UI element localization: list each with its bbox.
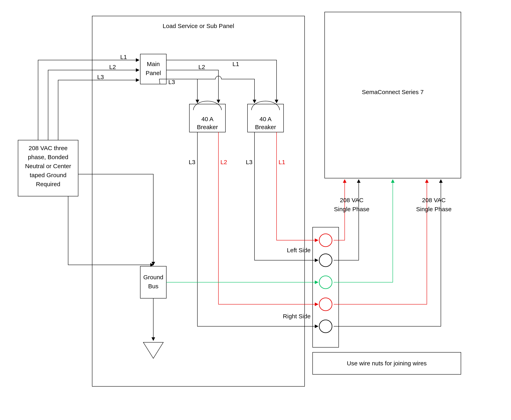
bB-l3-label: L3 xyxy=(246,159,253,165)
supply-line3: Neutral or Center xyxy=(25,163,71,169)
label-l1-in: L1 xyxy=(120,54,127,60)
sub-panel-box xyxy=(92,16,305,386)
svg-text:Breaker: Breaker xyxy=(255,124,276,130)
panel-title: Load Service or Sub Panel xyxy=(163,23,234,29)
supply-line2: phase, Bonded xyxy=(28,154,68,160)
wire-nut3-to-station xyxy=(334,180,393,282)
label-l1-brkB: L1 xyxy=(232,61,239,67)
main-panel-l2: Panel xyxy=(146,70,161,76)
wiring-diagram: Load Service or Sub Panel SemaConnect Se… xyxy=(0,0,511,420)
supply-line5: Required xyxy=(36,181,60,187)
feed1-a: 208 VAC xyxy=(340,197,364,203)
supply-line1: 208 VAC three xyxy=(29,145,68,151)
supply-line4: taped Ground xyxy=(30,172,66,178)
station-title: SemaConnect Series 7 xyxy=(362,89,424,95)
main-panel-box xyxy=(140,54,166,84)
label-l2-brkA: L2 xyxy=(198,64,205,70)
label-l2-in: L2 xyxy=(109,64,116,70)
note-text: Use wire nuts for joining wires xyxy=(347,360,427,367)
svg-text:40 A: 40 A xyxy=(201,116,213,122)
bB-l1-label: L1 xyxy=(279,159,285,165)
feed1-b: Single Phase xyxy=(334,206,370,212)
feed2-a: 208 VAC xyxy=(422,197,446,203)
right-side-label: Right Side xyxy=(283,313,311,320)
label-l3-out: L3 xyxy=(168,79,175,85)
label-l3-in: L3 xyxy=(97,74,104,80)
svg-text:40 A: 40 A xyxy=(260,116,271,122)
terminal-block xyxy=(313,227,339,347)
bA-l2-label: L2 xyxy=(220,159,227,165)
breaker-b: 40 A Breaker xyxy=(248,101,284,132)
feed2-b: Single Phase xyxy=(416,206,452,212)
left-side-label: Left Side xyxy=(287,247,311,254)
svg-text:Breaker: Breaker xyxy=(197,124,218,130)
main-panel-l1: Main xyxy=(147,61,160,67)
bA-l3-label: L3 xyxy=(189,159,195,165)
breaker-a: 40 A Breaker xyxy=(189,101,225,132)
ground-bus-l2: Bus xyxy=(148,283,159,289)
ground-bus-box xyxy=(140,266,166,298)
ground-bus-l1: Ground xyxy=(143,274,163,280)
